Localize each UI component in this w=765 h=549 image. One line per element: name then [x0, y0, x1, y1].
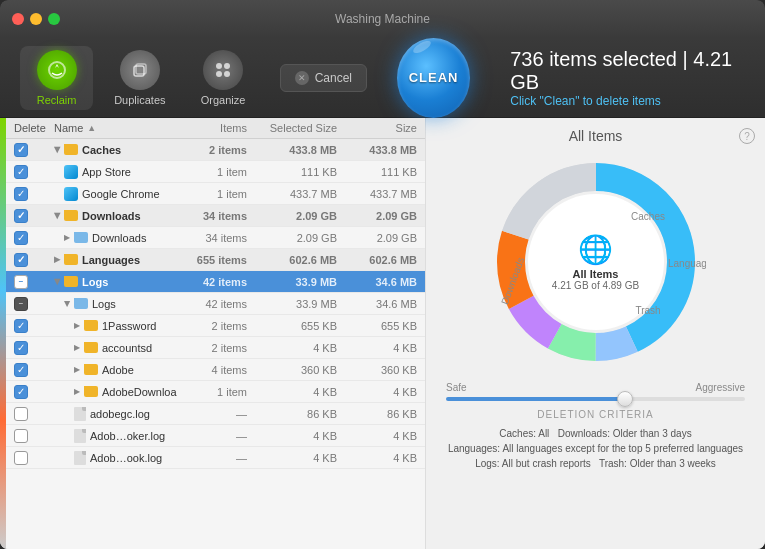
expand-triangle-icon[interactable]: ▶	[74, 387, 80, 396]
table-row[interactable]: ✓▶Downloads34 items2.09 GB2.09 GB	[6, 205, 425, 227]
row-size: 4 KB	[337, 452, 417, 464]
slider-safe-label: Safe	[446, 382, 467, 393]
svg-point-3	[216, 63, 222, 69]
table-row[interactable]: Adob…oker.log—4 KB4 KB	[6, 425, 425, 447]
row-items: 1 item	[177, 166, 247, 178]
table-header: Delete Name ▲ Items Selected Size Size	[6, 118, 425, 139]
checkbox[interactable]: ✓	[14, 319, 28, 333]
expand-triangle-icon[interactable]: ▶	[54, 213, 62, 219]
sort-arrow-icon: ▲	[87, 123, 96, 133]
checkbox[interactable]	[14, 429, 28, 443]
table-row[interactable]: ✓▶Adobe4 items360 KB360 KB	[6, 359, 425, 381]
checkbox[interactable]: ✓	[14, 385, 28, 399]
table-row[interactable]: ✓Google Chrome1 item433.7 MB433.7 MB	[6, 183, 425, 205]
folder-icon	[84, 320, 98, 331]
row-name-label: App Store	[82, 166, 131, 178]
row-name-label: Adobe	[102, 364, 134, 376]
expand-triangle-icon[interactable]: ▶	[63, 301, 72, 307]
close-button[interactable]	[12, 13, 24, 25]
expand-triangle-icon[interactable]: ▶	[74, 321, 80, 330]
expand-triangle-icon[interactable]: ▶	[54, 147, 62, 153]
row-size: 2.09 GB	[337, 232, 417, 244]
row-name-label: 1Password	[102, 320, 156, 332]
table-row[interactable]: −▶Logs42 items33.9 MB34.6 MB	[6, 293, 425, 315]
row-selsize: 4 KB	[247, 386, 337, 398]
maximize-button[interactable]	[48, 13, 60, 25]
table-row[interactable]: ✓▶Downloads34 items2.09 GB2.09 GB	[6, 227, 425, 249]
expand-triangle-icon[interactable]: ▶	[54, 279, 62, 285]
checkbox[interactable]: ✓	[14, 363, 28, 377]
row-size: 4 KB	[337, 342, 417, 354]
file-rows-container: ✓▶Caches2 items433.8 MB433.8 MB✓App Stor…	[6, 139, 425, 469]
row-items: 34 items	[177, 232, 247, 244]
row-name-label: Logs	[92, 298, 116, 310]
folder-icon	[84, 342, 98, 353]
table-row[interactable]: ✓▶Languages655 items602.6 MB602.6 MB	[6, 249, 425, 271]
right-panel: All Items ?	[426, 118, 765, 549]
svg-text:Caches: Caches	[631, 211, 665, 222]
table-row[interactable]: ✓▶AdobeDownload1 item4 KB4 KB	[6, 381, 425, 403]
row-items: 34 items	[177, 210, 247, 222]
table-row[interactable]: ✓▶Caches2 items433.8 MB433.8 MB	[6, 139, 425, 161]
checkbox[interactable]: ✓	[14, 253, 28, 267]
row-selsize: 86 KB	[247, 408, 337, 420]
expand-triangle-icon[interactable]: ▶	[64, 233, 70, 242]
checkbox[interactable]: ✓	[14, 209, 28, 223]
checkbox[interactable]: ✓	[14, 143, 28, 157]
table-row[interactable]: ✓▶accountsd2 items4 KB4 KB	[6, 337, 425, 359]
slider-thumb[interactable]	[617, 391, 633, 407]
row-selsize: 4 KB	[247, 452, 337, 464]
reclaim-icon	[37, 50, 77, 90]
folder-icon	[74, 298, 88, 309]
cancel-label: Cancel	[315, 71, 352, 85]
minimize-button[interactable]	[30, 13, 42, 25]
expand-triangle-icon[interactable]: ▶	[54, 255, 60, 264]
expand-triangle-icon[interactable]: ▶	[74, 343, 80, 352]
organize-icon	[203, 50, 243, 90]
checkbox[interactable]: −	[14, 297, 28, 311]
table-row[interactable]: adobegc.log—86 KB86 KB	[6, 403, 425, 425]
reclaim-button[interactable]: Reclaim	[20, 46, 93, 110]
titlebar: Washing Machine	[0, 0, 765, 38]
checkbox[interactable]: −	[14, 275, 28, 289]
row-selsize: 360 KB	[247, 364, 337, 376]
col-header-items: Items	[177, 122, 247, 134]
duplicates-icon	[120, 50, 160, 90]
table-row[interactable]: Adob…ook.log—4 KB4 KB	[6, 447, 425, 469]
info-icon[interactable]: ?	[739, 128, 755, 144]
checkbox[interactable]: ✓	[14, 187, 28, 201]
clean-button[interactable]: CLEAN	[397, 38, 470, 118]
organize-button[interactable]: Organize	[186, 46, 259, 110]
col-header-delete: Delete	[14, 122, 54, 134]
row-size: 111 KB	[337, 166, 417, 178]
checkbox[interactable]: ✓	[14, 341, 28, 355]
table-row[interactable]: ✓App Store1 item111 KB111 KB	[6, 161, 425, 183]
checkbox[interactable]: ✓	[14, 165, 28, 179]
organize-label: Organize	[201, 94, 246, 106]
row-size: 4 KB	[337, 430, 417, 442]
row-name-label: Caches	[82, 144, 121, 156]
duplicates-button[interactable]: Duplicates	[103, 46, 176, 110]
svg-text:Languages: Languages	[668, 258, 706, 269]
table-row[interactable]: −▶Logs42 items33.9 MB34.6 MB	[6, 271, 425, 293]
folder-icon	[64, 144, 78, 155]
checkbox[interactable]	[14, 407, 28, 421]
col-header-selsize: Selected Size	[247, 122, 337, 134]
right-panel-title: All Items	[569, 128, 623, 144]
checkbox[interactable]: ✓	[14, 231, 28, 245]
reclaim-label: Reclaim	[37, 94, 77, 106]
table-row[interactable]: ✓▶1Password2 items655 KB655 KB	[6, 315, 425, 337]
row-name-label: adobegc.log	[90, 408, 150, 420]
window-controls	[12, 13, 60, 25]
row-size: 433.7 MB	[337, 188, 417, 200]
checkbox[interactable]	[14, 451, 28, 465]
row-selsize: 4 KB	[247, 342, 337, 354]
slider-track[interactable]	[446, 397, 745, 401]
main-content: Delete Name ▲ Items Selected Size Size ✓…	[0, 118, 765, 549]
file-icon	[74, 407, 86, 421]
slider-container: Safe Aggressive	[436, 382, 755, 401]
row-name-label: Downloads	[82, 210, 141, 222]
donut-center: 🌐 All Items 4.21 GB of 4.89 GB	[552, 233, 639, 291]
cancel-button[interactable]: ✕ Cancel	[280, 64, 367, 92]
expand-triangle-icon[interactable]: ▶	[74, 365, 80, 374]
